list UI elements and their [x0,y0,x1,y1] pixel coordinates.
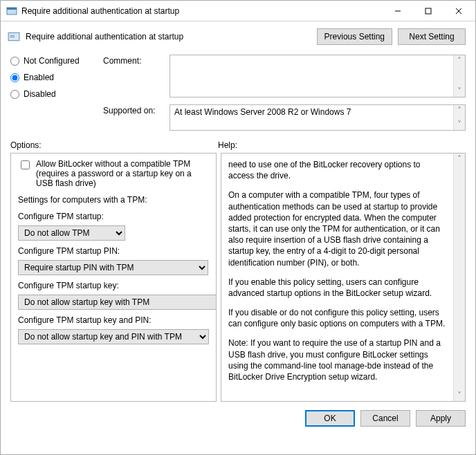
tpm-pin-label: Configure TPM startup PIN: [18,246,209,256]
window-title: Require additional authentication at sta… [21,6,383,16]
ok-button[interactable]: OK [305,410,355,427]
scrollbar[interactable]: ˄˅ [453,105,465,130]
cancel-button[interactable]: Cancel [360,410,410,427]
comment-label: Comment: [103,55,167,66]
close-button[interactable] [443,1,474,21]
maximize-button[interactable] [413,1,443,21]
radio-disabled[interactable]: Disabled [10,89,100,99]
tpm-settings-title: Settings for computers with a TPM: [18,195,209,205]
help-paragraph: If you disable or do not configure this … [228,307,448,329]
policy-icon [8,30,20,43]
scroll-up-icon: ˄ [454,154,465,165]
svg-rect-3 [425,8,431,14]
radio-not-configured[interactable]: Not Configured [10,56,100,66]
radio-label: Disabled [24,89,56,99]
help-panel: need to use one of the BitLocker recover… [221,153,466,402]
svg-rect-7 [10,35,15,36]
footer: OK Cancel Apply [1,402,475,435]
help-paragraph: need to use one of the BitLocker recover… [228,159,448,181]
app-icon [6,6,17,17]
help-paragraph: Note: If you want to require the use of … [228,337,448,382]
options-label: Options: [10,140,218,150]
next-setting-button[interactable]: Next Setting [398,28,466,45]
titlebar: Require additional authentication at sta… [1,1,475,21]
tpm-startup-label: Configure TPM startup: [18,212,209,221]
scroll-down-icon: ˅ [454,119,465,130]
radio-label: Not Configured [24,56,80,66]
supported-on-value: At least Windows Server 2008 R2 or Windo… [174,107,351,117]
tpm-keypin-select[interactable]: Do not allow startup key and PIN with TP… [18,329,209,344]
svg-rect-8 [10,37,15,37]
options-panel: Allow BitLocker without a compatible TPM… [10,153,217,402]
tpm-key-select[interactable]: Do not allow startup key with TPM [18,295,217,310]
comment-textarea[interactable]: ˄˅ [170,55,466,98]
help-paragraph: On a computer with a compatible TPM, fou… [228,189,448,268]
scroll-down-icon: ˅ [454,86,465,97]
help-label: Help: [218,140,237,150]
allow-no-tpm-label: Allow BitLocker without a compatible TPM… [36,159,209,188]
apply-button[interactable]: Apply [416,410,466,427]
supported-on-label: Supported on: [103,104,167,115]
tpm-startup-select[interactable]: Do not allow TPM [18,225,125,241]
radio-enabled[interactable]: Enabled [10,73,100,82]
allow-no-tpm-checkbox[interactable] [21,160,30,169]
header-title: Require additional authentication at sta… [26,32,311,41]
scrollbar[interactable]: ˄˅ [453,55,465,97]
scroll-up-icon: ˄ [454,105,465,116]
scroll-up-icon: ˄ [454,55,465,66]
tpm-keypin-label: Configure TPM startup key and PIN: [18,315,209,325]
tpm-key-label: Configure TPM startup key: [18,281,209,290]
previous-setting-button[interactable]: Previous Setting [317,28,392,45]
header: Require additional authentication at sta… [1,21,475,50]
svg-rect-1 [7,8,17,10]
radio-label: Enabled [24,73,54,82]
help-paragraph: If you enable this policy setting, users… [228,277,448,299]
supported-on-textarea: At least Windows Server 2008 R2 or Windo… [170,104,466,131]
minimize-button[interactable] [383,1,413,21]
tpm-pin-select[interactable]: Require startup PIN with TPM [18,260,208,275]
scrollbar[interactable]: ˄˅ [453,154,465,401]
scroll-down-icon: ˅ [454,390,465,401]
